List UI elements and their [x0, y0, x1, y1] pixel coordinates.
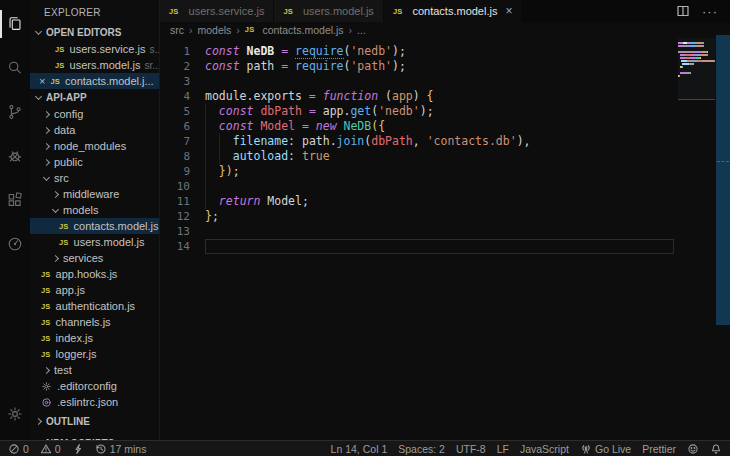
tab-users.service.js[interactable]: JSusers.service.js	[160, 0, 274, 22]
line-content[interactable]	[205, 74, 674, 89]
code-line[interactable]: 10	[160, 179, 730, 194]
activity-item-gauge-extension[interactable]	[0, 222, 30, 266]
line-content[interactable]	[205, 179, 674, 194]
activity-item-debug[interactable]	[0, 134, 30, 178]
tree-file[interactable]: JSchannels.js	[30, 314, 159, 330]
status-utf-8[interactable]: UTF-8	[456, 443, 486, 455]
tree-file[interactable]: .eslintrc.json	[30, 394, 159, 410]
code-line[interactable]: 9 });	[160, 164, 730, 179]
code-line[interactable]: 1const NeDB = require('nedb');	[160, 44, 730, 59]
status-bell[interactable]	[710, 443, 722, 455]
editorconfig-icon	[41, 381, 52, 392]
status-javascript[interactable]: JavaScript	[520, 443, 569, 455]
tree-folder[interactable]: test	[30, 362, 159, 378]
close-icon[interactable]: ×	[39, 75, 45, 87]
line-content[interactable]: autoload: true	[205, 149, 674, 164]
breadcrumb-separator-icon: ›	[349, 24, 353, 36]
sidebar-section-npm-scripts[interactable]: NPM SCRIPTS	[30, 432, 159, 440]
tab-users.model.js[interactable]: JSusers.model.js	[274, 0, 384, 22]
code-line[interactable]: 13	[160, 224, 730, 239]
activity-item-extensions[interactable]	[0, 178, 30, 222]
line-content[interactable]: filename: path.join(dbPath, 'contacts.db…	[205, 134, 674, 149]
js-file-icon: JS	[55, 45, 65, 54]
line-content[interactable]: };	[205, 209, 674, 224]
tree-file[interactable]: JSapp.js	[30, 282, 159, 298]
activity-item-settings[interactable]	[0, 392, 30, 436]
tree-file[interactable]: JSlogger.js	[30, 346, 159, 362]
project-header[interactable]: API-APP	[30, 89, 159, 106]
minimap[interactable]	[678, 42, 715, 84]
line-content[interactable]: });	[205, 164, 674, 179]
line-content[interactable]: const path = require('path');	[205, 59, 674, 74]
close-icon[interactable]: ×	[505, 4, 512, 18]
line-content[interactable]: const NeDB = require('nedb');	[205, 44, 674, 59]
breadcrumb-item[interactable]: ...	[357, 24, 366, 36]
tree-folder[interactable]: models	[30, 202, 159, 218]
more-actions-icon[interactable]: ···	[702, 5, 718, 18]
tree-item-label: models	[63, 204, 98, 216]
status-spaces-2[interactable]: Spaces: 2	[398, 443, 445, 455]
code-line[interactable]: 12};	[160, 209, 730, 224]
minimap-token	[679, 75, 680, 77]
status-prettier[interactable]: Prettier	[642, 443, 676, 455]
activity-item-explorer[interactable]	[0, 2, 30, 46]
breadcrumb-item[interactable]: models	[198, 24, 232, 36]
minimap-line	[678, 57, 715, 59]
code-line[interactable]: 11 return Model;	[160, 194, 730, 209]
open-editor-item[interactable]: ×JScontacts.model.j...	[30, 73, 159, 89]
extensions-icon	[6, 191, 24, 209]
code-line[interactable]: 6 const Model = new NeDB({	[160, 119, 730, 134]
code-line[interactable]: 14	[160, 239, 730, 254]
breadcrumb-item[interactable]: src	[170, 24, 184, 36]
open-editor-item[interactable]: JSusers.service.jss...	[30, 41, 159, 57]
code-line[interactable]: 4module.exports = function (app) {	[160, 89, 730, 104]
status-0[interactable]: 0	[40, 443, 61, 455]
sidebar-section-outline[interactable]: OUTLINE	[30, 410, 159, 432]
line-number: 7	[160, 134, 190, 149]
indent-guide	[205, 194, 206, 209]
open-editor-item[interactable]: JSusers.model.jssr...	[30, 57, 159, 73]
code-line[interactable]: 3	[160, 74, 730, 89]
tree-folder[interactable]: public	[30, 154, 159, 170]
tree-file[interactable]: .editorconfig	[30, 378, 159, 394]
activity-item-source-control[interactable]	[0, 90, 30, 134]
line-content[interactable]: module.exports = function (app) {	[205, 89, 674, 104]
code-line[interactable]: 7 filename: path.join(dbPath, 'contacts.…	[160, 134, 730, 149]
status-smiley[interactable]	[687, 443, 699, 455]
tree-file[interactable]: JSusers.model.js	[30, 234, 159, 250]
tree-folder[interactable]: data	[30, 122, 159, 138]
open-editors-header[interactable]: OPEN EDITORS	[30, 24, 159, 41]
status-17-mins[interactable]: 17 mins	[95, 443, 147, 455]
tab-bar: JSusers.service.jsJSusers.model.jsJScont…	[160, 0, 730, 22]
status-ln-14-col-1[interactable]: Ln 14, Col 1	[331, 443, 388, 455]
tree-folder[interactable]: src	[30, 170, 159, 186]
status-go-live[interactable]: Go Live	[580, 443, 631, 455]
vertical-scrollbar[interactable]	[716, 35, 730, 325]
line-content[interactable]	[205, 224, 674, 239]
tree-folder[interactable]: middleware	[30, 186, 159, 202]
status-lf[interactable]: LF	[497, 443, 509, 455]
code-editor[interactable]: 1const NeDB = require('nedb');2const pat…	[160, 37, 730, 440]
status-lightning[interactable]	[72, 443, 84, 455]
split-editor-icon[interactable]	[676, 4, 690, 18]
tree-file[interactable]: JSindex.js	[30, 330, 159, 346]
breadcrumb-item[interactable]: JScontacts.model.js	[245, 24, 344, 36]
tree-folder[interactable]: services	[30, 250, 159, 266]
status-0[interactable]: 0	[8, 443, 29, 455]
tab-contacts.model.js[interactable]: JScontacts.model.js×	[384, 0, 523, 22]
activity-item-search[interactable]	[0, 46, 30, 90]
tree-file[interactable]: JSapp.hooks.js	[30, 266, 159, 282]
code-line[interactable]: 5 const dbPath = app.get('nedb');	[160, 104, 730, 119]
code-line[interactable]: 2const path = require('path');	[160, 59, 730, 74]
js-file-icon: JS	[41, 334, 51, 343]
line-content[interactable]: return Model;	[205, 194, 674, 209]
code-line[interactable]: 8 autoload: true	[160, 149, 730, 164]
tree-file[interactable]: JScontacts.model.js	[30, 218, 159, 234]
tree-file[interactable]: JSauthentication.js	[30, 298, 159, 314]
tree-folder[interactable]: node_modules	[30, 138, 159, 154]
line-content[interactable]: const Model = new NeDB({	[205, 119, 674, 134]
line-content[interactable]: const dbPath = app.get('nedb');	[205, 104, 674, 119]
code-token: new	[316, 119, 344, 133]
tree-folder[interactable]: config	[30, 106, 159, 122]
line-content[interactable]	[205, 239, 674, 254]
